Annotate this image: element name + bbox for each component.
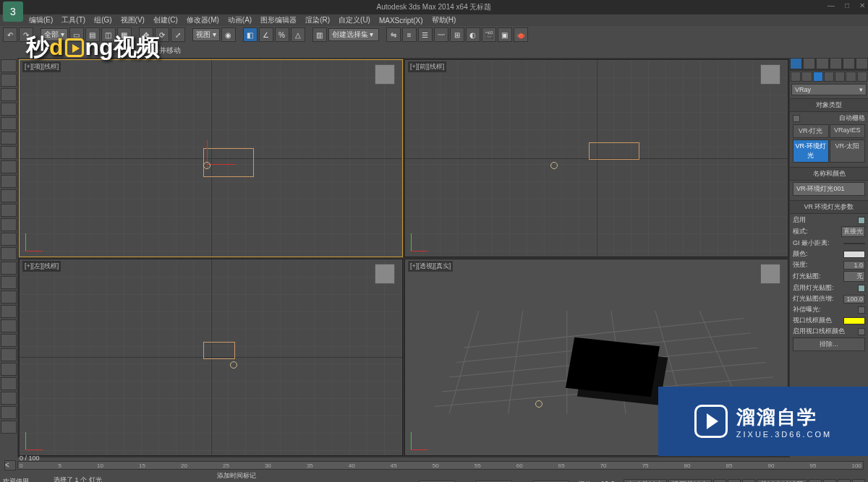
tab-display[interactable] <box>843 58 855 69</box>
lt-btn-13[interactable] <box>1 233 17 246</box>
lt-btn-21[interactable] <box>1 348 17 361</box>
cat-lights[interactable] <box>813 72 823 82</box>
object-outline[interactable] <box>203 342 235 359</box>
lt-btn-26[interactable] <box>1 421 17 434</box>
angle-snap-button[interactable]: ∠ <box>259 27 273 42</box>
render-setup-button[interactable]: 🎬 <box>482 27 496 42</box>
timeline-toggle[interactable]: < <box>4 460 16 470</box>
lt-btn-3[interactable] <box>1 88 17 101</box>
viewcube-icon[interactable] <box>375 264 395 284</box>
ref-coord-dropdown[interactable]: 视图 ▾ <box>192 28 220 41</box>
rotate-button[interactable]: ⟳ <box>155 27 169 42</box>
lt-btn-5[interactable] <box>1 117 17 130</box>
nav-zoom-button[interactable] <box>823 479 836 482</box>
cat-geometry[interactable] <box>791 72 801 82</box>
lt-btn-12[interactable] <box>1 218 17 231</box>
lt-btn-19[interactable] <box>1 319 17 332</box>
enable-checkbox[interactable] <box>858 217 865 224</box>
set-key-button[interactable]: 设置关键点 <box>668 479 712 482</box>
lt-btn-17[interactable] <box>1 291 17 304</box>
add-time-tag[interactable]: 添加时间标记 <box>217 471 256 481</box>
btn-vray-ies[interactable]: VRayIES <box>830 124 866 138</box>
wire-color-swatch[interactable] <box>843 317 865 324</box>
lt-btn-8[interactable] <box>1 160 17 173</box>
tab-hierarchy[interactable] <box>816 58 828 69</box>
menu-tools[interactable]: 工具(T) <box>61 15 85 25</box>
window-crossing-button[interactable]: ▦ <box>117 27 132 42</box>
menu-help[interactable]: 帮助(H) <box>432 15 456 25</box>
section-header[interactable]: 对象类型 <box>790 98 868 112</box>
redo-button[interactable]: ↷ <box>19 27 33 42</box>
intensity-spinner[interactable]: 1.0 <box>843 261 865 270</box>
scale-button[interactable]: ⤢ <box>171 27 185 42</box>
tab-motion[interactable] <box>830 58 842 69</box>
layer-button[interactable]: ☰ <box>418 27 433 42</box>
viewport-left-label[interactable]: [+][左][线框] <box>22 261 61 272</box>
mode-dropdown[interactable]: 直接光 <box>841 226 865 237</box>
time-slider[interactable]: 0 / 100 0510 152025 303540 455055 606570… <box>17 461 864 470</box>
menu-graph-editors[interactable]: 图形编辑器 <box>260 15 297 25</box>
light-target-icon[interactable] <box>230 361 237 369</box>
lt-btn-2[interactable] <box>1 74 17 87</box>
cat-helpers[interactable] <box>835 72 845 82</box>
box-object[interactable] <box>566 337 660 397</box>
viewport-top[interactable]: [+][项][线框] <box>19 59 403 257</box>
tab-create[interactable] <box>790 58 802 69</box>
play-button[interactable] <box>728 479 741 482</box>
menu-animation[interactable]: 动画(A) <box>228 15 252 25</box>
use-lightmap-checkbox[interactable] <box>858 285 865 292</box>
key-filter-button[interactable]: 关键点过滤器 <box>757 479 807 482</box>
lightmap-button[interactable]: 无 <box>843 271 865 282</box>
menu-create[interactable]: 创建(C) <box>153 15 178 25</box>
lt-btn-24[interactable] <box>1 392 17 405</box>
selection-filter-dropdown[interactable]: 全部 ▾ <box>41 28 68 41</box>
cat-space-warps[interactable] <box>846 72 856 82</box>
gi-min-spinner[interactable] <box>843 243 865 244</box>
lightmap-mult-spinner[interactable]: 100.0 <box>843 295 865 304</box>
light-target-icon[interactable] <box>535 400 542 408</box>
schematic-button[interactable]: ⊞ <box>450 27 464 42</box>
lt-btn-10[interactable] <box>1 189 17 202</box>
section-header[interactable]: VR 环境灯光参数 <box>790 200 868 214</box>
nav-maximize-button[interactable] <box>852 479 865 482</box>
maximize-button[interactable]: □ <box>845 1 849 9</box>
cat-cameras[interactable] <box>824 72 834 82</box>
menu-modifiers[interactable]: 修改器(M) <box>187 15 219 25</box>
auto-key-button[interactable]: 自动关键点 <box>624 479 667 482</box>
select-object-button[interactable]: ▭ <box>69 27 84 42</box>
curve-editor-button[interactable]: 〰 <box>434 27 448 42</box>
lt-btn-11[interactable] <box>1 204 17 217</box>
spinner-snap-button[interactable]: △ <box>291 27 305 42</box>
undo-button[interactable]: ↶ <box>3 27 17 42</box>
lt-btn-1[interactable] <box>1 59 17 72</box>
lt-btn-18[interactable] <box>1 305 17 318</box>
lt-btn-20[interactable] <box>1 334 17 347</box>
move-button[interactable]: ✥ <box>139 27 153 42</box>
section-header[interactable]: 名称和颜色 <box>790 167 868 181</box>
mirror-button[interactable]: ⇋ <box>386 27 401 42</box>
tab-modify[interactable] <box>803 58 815 69</box>
object-outline[interactable] <box>589 142 639 160</box>
menu-view[interactable]: 视图(V) <box>121 15 145 25</box>
lt-btn-23[interactable] <box>1 377 17 390</box>
named-selection-dropdown[interactable]: 创建选择集 ▾ <box>328 28 379 41</box>
lt-btn-15[interactable] <box>1 262 17 275</box>
lt-btn-4[interactable] <box>1 103 17 116</box>
lt-btn-7[interactable] <box>1 146 17 159</box>
render-frame-button[interactable]: ▣ <box>498 27 512 42</box>
cat-shapes[interactable] <box>801 72 812 82</box>
lt-btn-16[interactable] <box>1 276 17 289</box>
renderer-dropdown[interactable]: VRay▾ <box>791 84 867 95</box>
viewport-perspective[interactable]: [+][透视][真实] <box>404 259 788 457</box>
btn-vr-sun[interactable]: VR-太阳 <box>830 139 866 163</box>
minimize-button[interactable]: — <box>827 1 835 9</box>
lt-btn-22[interactable] <box>1 363 17 376</box>
render-button[interactable]: 🫖 <box>514 27 528 42</box>
viewcube-icon[interactable] <box>375 64 395 85</box>
prev-key-button[interactable] <box>713 479 726 482</box>
close-button[interactable]: ✕ <box>859 1 865 9</box>
nav-orbit-button[interactable] <box>838 479 851 482</box>
viewcube-icon[interactable] <box>760 64 780 85</box>
cat-systems[interactable] <box>857 72 867 82</box>
menu-render[interactable]: 渲染(R) <box>305 15 330 25</box>
